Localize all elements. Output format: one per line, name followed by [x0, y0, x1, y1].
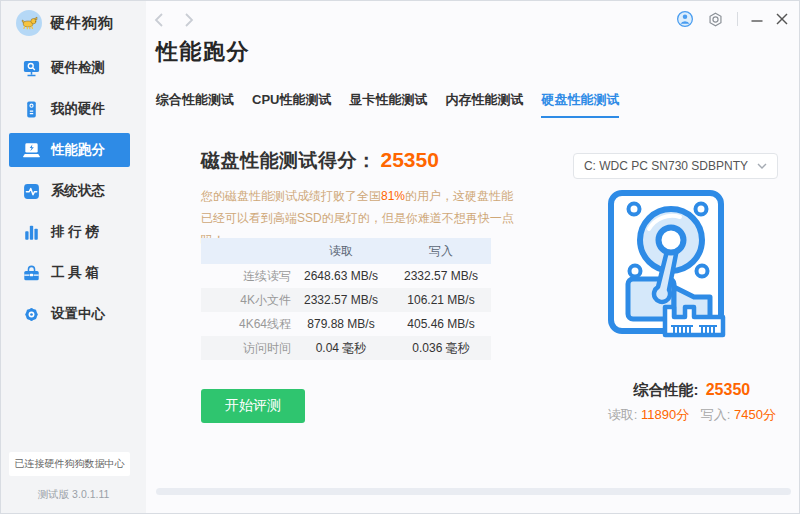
write-value: 2332.57 MB/s: [391, 269, 491, 283]
sidebar-item-system-status[interactable]: 系统状态: [9, 174, 130, 208]
forward-button[interactable]: [184, 12, 198, 28]
header-write: 写入: [391, 243, 491, 260]
read-value: 2332.57 MB/s: [291, 293, 391, 307]
write-value: 405.46 MB/s: [391, 317, 491, 331]
sidebar-item-label: 硬件检测: [51, 59, 105, 77]
connection-status-text: 已连接硬件狗狗数据中心: [15, 457, 125, 471]
horizontal-scrollbar[interactable]: [156, 488, 791, 495]
app-settings-button[interactable]: [707, 11, 724, 28]
app-window: 硬件狗狗 硬件检测: [0, 0, 800, 514]
drive-select-dropdown[interactable]: C: WDC PC SN730 SDBPNTY: [573, 153, 778, 179]
write-score: 7450分: [734, 407, 776, 422]
table-row: 连续读写 2648.63 MB/s 2332.57 MB/s: [201, 264, 491, 288]
sidebar-item-label: 工 具 箱: [51, 264, 99, 282]
back-button[interactable]: [154, 12, 168, 28]
tab-memory[interactable]: 内存性能测试: [445, 91, 523, 118]
toolbox-icon: [22, 264, 41, 283]
sidebar-item-settings[interactable]: 设置中心: [9, 297, 130, 331]
app-logo: 硬件狗狗: [16, 10, 114, 36]
row-label: 4K小文件: [201, 292, 291, 309]
sidebar-item-toolbox[interactable]: 工 具 箱: [9, 256, 130, 290]
write-value: 0.036 毫秒: [391, 340, 491, 357]
start-benchmark-button[interactable]: 开始评测: [201, 389, 305, 423]
table-header-row: 读取 写入: [201, 238, 491, 264]
read-label: 读取:: [608, 407, 638, 422]
bar-chart-icon: [22, 223, 41, 242]
laptop-bolt-icon: [22, 141, 41, 160]
disk-score-heading: 磁盘性能测试得分： 25350: [201, 148, 439, 174]
table-row: 访问时间 0.04 毫秒 0.036 毫秒: [201, 336, 491, 360]
overall-value: 25350: [706, 381, 751, 398]
score-summary: 综合性能: 25350 读取: 11890分 写入: 7450分: [608, 381, 776, 424]
benchmark-tabs: 综合性能测试 CPU性能测试 显卡性能测试 内存性能测试 硬盘性能测试: [156, 91, 619, 118]
read-score: 11890分: [641, 407, 689, 422]
read-value: 0.04 毫秒: [291, 340, 391, 357]
titlebar-divider: [737, 12, 738, 26]
tab-overall[interactable]: 综合性能测试: [156, 91, 234, 118]
drive-select-value: C: WDC PC SN730 SDBPNTY: [584, 159, 748, 173]
history-nav: [154, 12, 198, 28]
sidebar-item-label: 系统状态: [51, 182, 105, 200]
disk-result-table: 读取 写入 连续读写 2648.63 MB/s 2332.57 MB/s 4K小…: [201, 238, 491, 360]
header-read: 读取: [291, 243, 391, 260]
window-controls: [676, 10, 788, 28]
overall-label: 综合性能:: [634, 381, 699, 398]
hard-drive-illustration: [605, 189, 735, 345]
read-value: 2648.63 MB/s: [291, 269, 391, 283]
user-button[interactable]: [676, 10, 694, 28]
table-row: 4K小文件 2332.57 MB/s 106.21 MB/s: [201, 288, 491, 312]
score-label: 磁盘性能测试得分：: [201, 148, 377, 174]
tab-disk[interactable]: 硬盘性能测试: [541, 91, 619, 118]
read-write-score-line: 读取: 11890分 写入: 7450分: [608, 406, 776, 424]
connection-status: 已连接硬件狗狗数据中心: [9, 452, 130, 476]
row-label: 连续读写: [201, 268, 291, 285]
page-title: 性能跑分: [156, 37, 250, 67]
description-percent: 81%: [381, 189, 405, 203]
sidebar-item-ranking[interactable]: 排 行 榜: [9, 215, 130, 249]
tab-cpu[interactable]: CPU性能测试: [252, 91, 331, 118]
score-value: 25350: [381, 148, 439, 172]
sidebar-item-hardware-detect[interactable]: 硬件检测: [9, 51, 130, 85]
monitor-search-icon: [22, 59, 41, 78]
sidebar-item-my-hardware[interactable]: 我的硬件: [9, 92, 130, 126]
overall-score-line: 综合性能: 25350: [608, 381, 776, 400]
main-area: 性能跑分 综合性能测试 CPU性能测试 显卡性能测试 内存性能测试 硬盘性能测试…: [146, 1, 800, 513]
pulse-icon: [22, 182, 41, 201]
sidebar-item-benchmark[interactable]: 性能跑分: [9, 133, 130, 167]
pc-tower-icon: [22, 100, 41, 119]
write-value: 106.21 MB/s: [391, 293, 491, 307]
sidebar: 硬件狗狗 硬件检测: [1, 1, 146, 513]
dog-logo-icon: [16, 10, 42, 36]
version-label: 测试版 3.0.1.11: [1, 488, 146, 502]
sidebar-nav: 硬件检测 我的硬件: [9, 51, 130, 338]
chevron-down-icon: [757, 163, 767, 169]
sidebar-item-label: 我的硬件: [51, 100, 105, 118]
row-label: 访问时间: [201, 340, 291, 357]
sidebar-item-label: 设置中心: [51, 305, 105, 323]
app-title: 硬件狗狗: [50, 14, 114, 33]
description-pre: 您的磁盘性能测试成绩打败了全国: [201, 189, 381, 203]
sidebar-item-label: 排 行 榜: [51, 223, 99, 241]
row-label: 4K64线程: [201, 316, 291, 333]
close-button[interactable]: [776, 13, 788, 25]
gear-icon: [22, 305, 41, 324]
tab-gpu[interactable]: 显卡性能测试: [349, 91, 427, 118]
table-row: 4K64线程 879.88 MB/s 405.46 MB/s: [201, 312, 491, 336]
minimize-button[interactable]: [751, 13, 763, 25]
read-value: 879.88 MB/s: [291, 317, 391, 331]
write-label: 写入:: [701, 407, 731, 422]
sidebar-item-label: 性能跑分: [51, 141, 105, 159]
